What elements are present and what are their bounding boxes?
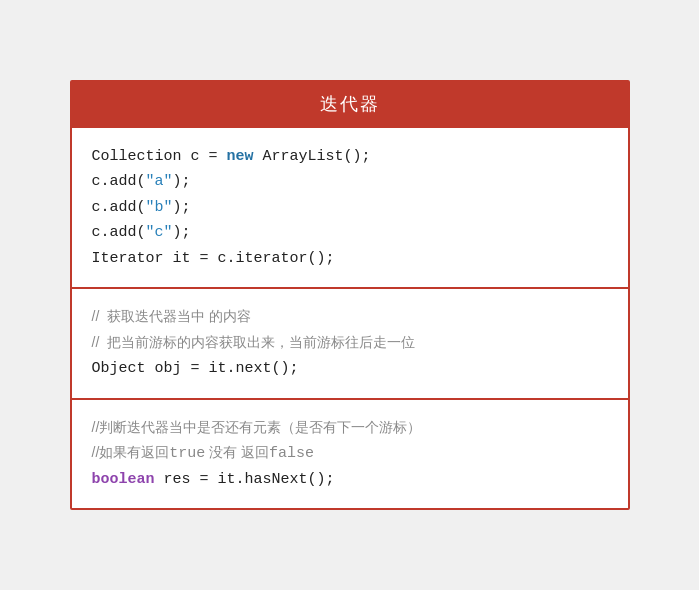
- iterator-card: 迭代器 Collection c = new ArrayList(); c.ad…: [70, 80, 630, 511]
- code-line-6: Object obj = it.next();: [92, 356, 608, 382]
- card-title: 迭代器: [72, 82, 628, 126]
- comment-line-2: // 把当前游标的内容获取出来，当前游标往后走一位: [92, 331, 608, 357]
- comment-line-4: //如果有返回true 没有 返回false: [92, 441, 608, 467]
- code-line-2: c.add("a");: [92, 169, 608, 195]
- section-1: Collection c = new ArrayList(); c.add("a…: [72, 126, 628, 288]
- code-line-3: c.add("b");: [92, 195, 608, 221]
- section-3: //判断迭代器当中是否还有元素（是否有下一个游标） //如果有返回true 没有…: [72, 398, 628, 509]
- code-line-7: boolean res = it.hasNext();: [92, 467, 608, 493]
- code-line-1: Collection c = new ArrayList();: [92, 144, 608, 170]
- section-2: // 获取迭代器当中 的内容 // 把当前游标的内容获取出来，当前游标往后走一位…: [72, 287, 628, 398]
- code-line-4: c.add("c");: [92, 220, 608, 246]
- comment-line-3: //判断迭代器当中是否还有元素（是否有下一个游标）: [92, 416, 608, 442]
- code-line-5: Iterator it = c.iterator();: [92, 246, 608, 272]
- comment-line-1: // 获取迭代器当中 的内容: [92, 305, 608, 331]
